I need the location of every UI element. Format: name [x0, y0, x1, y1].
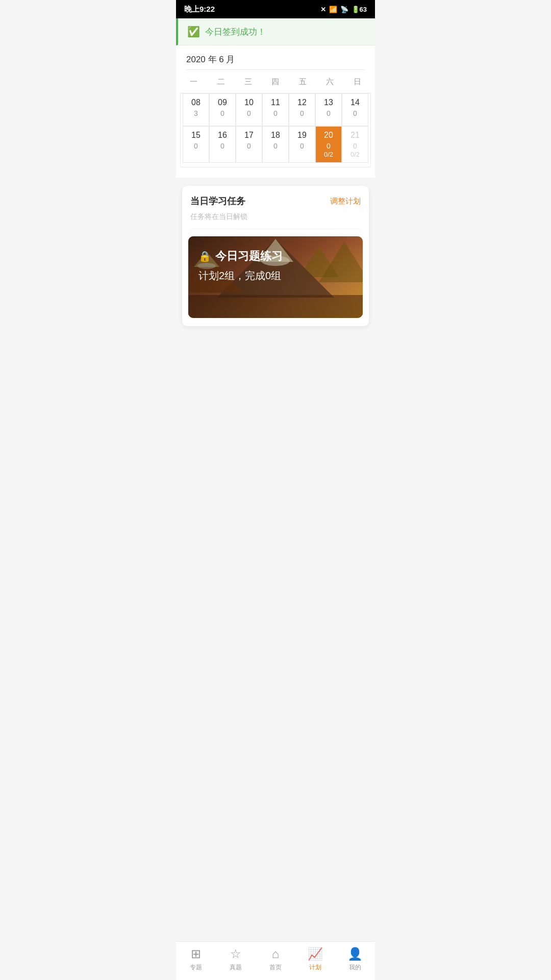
exercise-content: 🔒 今日习题练习 计划2组，完成0组	[188, 236, 363, 295]
task-divider	[190, 229, 361, 229]
main-content: 2020 年 6 月 一 二 三 四 五 六 日 08 3 09 0 10	[176, 45, 375, 178]
calendar-cell-13[interactable]: 13 0	[315, 93, 342, 126]
weekday-wed: 三	[235, 75, 262, 89]
calendar-weekdays: 一 二 三 四 五 六 日	[176, 70, 375, 91]
exercise-title: 今日习题练习	[215, 249, 283, 264]
calendar-header: 2020 年 6 月	[176, 45, 375, 69]
task-subtitle: 任务将在当日解锁	[182, 210, 369, 229]
exercise-title-row: 🔒 今日习题练习	[198, 249, 353, 264]
weekday-mon: 一	[180, 75, 207, 89]
weekday-thu: 四	[262, 75, 289, 89]
signal-icon: ✕	[320, 6, 326, 13]
calendar-cell-09[interactable]: 09 0	[209, 93, 236, 126]
calendar-cell-08[interactable]: 08 3	[183, 93, 209, 126]
success-message: 今日签到成功！	[205, 26, 266, 38]
weekday-tue: 二	[207, 75, 234, 89]
calendar-cell-18[interactable]: 18 0	[262, 126, 289, 163]
calendar-cell-20-today[interactable]: 20 0 0/2	[315, 126, 342, 163]
calendar-cell-21[interactable]: 21 0 0/2	[342, 126, 368, 163]
task-section: 当日学习任务 调整计划 任务将在当日解锁	[182, 186, 369, 326]
calendar-cell-17[interactable]: 17 0	[236, 126, 262, 163]
calendar-cell-14[interactable]: 14 0	[342, 93, 368, 126]
lock-icon: 🔒	[198, 250, 211, 262]
wifi-icon: 📡	[340, 6, 348, 13]
calendar-cell-12[interactable]: 12 0	[289, 93, 315, 126]
task-header: 当日学习任务 调整计划	[182, 186, 369, 210]
battery-indicator: 🔋63	[352, 6, 367, 13]
adjust-plan-button[interactable]: 调整计划	[330, 197, 361, 206]
task-title: 当日学习任务	[190, 195, 245, 207]
status-bar: 晚上9:22 ✕ 📶 📡 🔋63	[176, 0, 375, 18]
success-banner: ✅ 今日签到成功！	[176, 18, 375, 45]
calendar-cell-19[interactable]: 19 0	[289, 126, 315, 163]
calendar-grid: 08 3 09 0 10 0 11 0 12 0 13 0	[180, 93, 371, 167]
weekday-sun: 日	[344, 75, 371, 89]
network-icon: 📶	[329, 6, 337, 13]
status-time: 晚上9:22	[184, 5, 215, 14]
success-check-icon: ✅	[187, 26, 200, 38]
calendar-cell-10[interactable]: 10 0	[236, 93, 262, 126]
calendar-cell-15[interactable]: 15 0	[183, 126, 209, 163]
calendar-cell-16[interactable]: 16 0	[209, 126, 236, 163]
weekday-fri: 五	[289, 75, 316, 89]
calendar-cell-11[interactable]: 11 0	[262, 93, 289, 126]
exercise-card[interactable]: 🔒 今日习题练习 计划2组，完成0组	[188, 236, 363, 318]
exercise-description: 计划2组，完成0组	[198, 269, 353, 283]
weekday-sat: 六	[316, 75, 343, 89]
status-right: ✕ 📶 📡 🔋63	[320, 6, 367, 13]
